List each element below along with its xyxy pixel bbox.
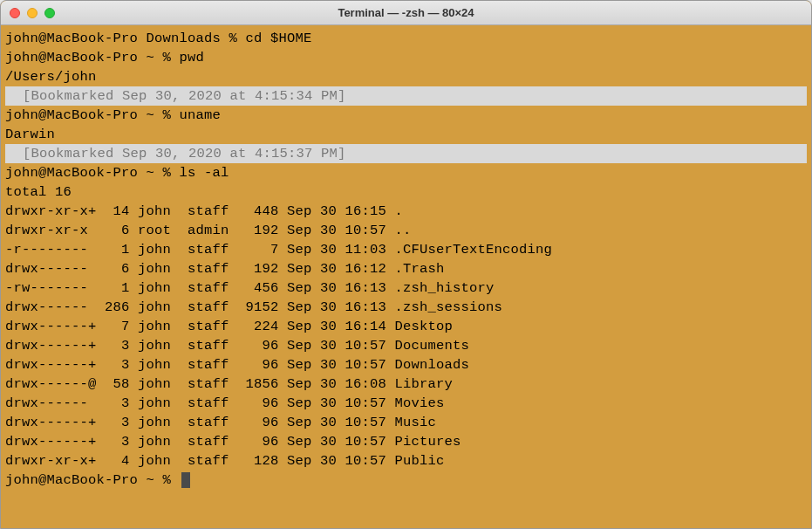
terminal-line: john@MacBook-Pro ~ % uname: [5, 106, 807, 125]
terminal-line: drwx------ 3 john staff 96 Sep 30 10:57 …: [5, 394, 807, 413]
terminal-line: drwx------+ 3 john staff 96 Sep 30 10:57…: [5, 413, 807, 432]
terminal-line: drwx------+ 3 john staff 96 Sep 30 10:57…: [5, 336, 807, 355]
close-button[interactable]: [10, 8, 20, 18]
maximize-button[interactable]: [44, 8, 55, 18]
terminal-line: drwx------ 6 john staff 192 Sep 30 16:12…: [5, 259, 807, 278]
traffic-lights: [1, 8, 55, 18]
terminal-line: drwx------+ 3 john staff 96 Sep 30 10:57…: [5, 432, 807, 451]
terminal-line: -r-------- 1 john staff 7 Sep 30 11:03 .…: [5, 240, 807, 259]
minimize-button[interactable]: [27, 8, 38, 18]
window-title: Terminal — -zsh — 80×24: [1, 6, 811, 19]
terminal-line: drwxr-xr-x+ 14 john staff 448 Sep 30 16:…: [5, 202, 807, 221]
terminal-line: drwxr-xr-x+ 4 john staff 128 Sep 30 10:5…: [5, 451, 807, 471]
terminal-line: -rw------- 1 john staff 456 Sep 30 16:13…: [5, 278, 807, 298]
terminal-line: drwx------@ 58 john staff 1856 Sep 30 16…: [5, 374, 807, 394]
terminal-line: john@MacBook-Pro ~ % pwd: [5, 48, 807, 67]
bookmark-line: [Bookmarked Sep 30, 2020 at 4:15:37 PM]: [5, 144, 807, 163]
terminal-line: john@MacBook-Pro ~ % ls -al: [5, 163, 807, 182]
terminal-line: Darwin: [5, 125, 807, 144]
terminal-window: Terminal — -zsh — 80×24 john@MacBook-Pro…: [0, 0, 812, 529]
terminal-line: /Users/john: [5, 67, 807, 86]
bookmark-line: [Bookmarked Sep 30, 2020 at 4:15:34 PM]: [5, 86, 807, 106]
terminal-line: john@MacBook-Pro Downloads % cd $HOME: [5, 29, 807, 48]
titlebar: Terminal — -zsh — 80×24: [1, 1, 811, 25]
terminal-content[interactable]: john@MacBook-Pro Downloads % cd $HOMEjoh…: [1, 25, 811, 493]
terminal-line: drwx------ 286 john staff 9152 Sep 30 16…: [5, 298, 807, 317]
terminal-line: total 16: [5, 182, 807, 202]
terminal-line: drwx------+ 3 john staff 96 Sep 30 10:57…: [5, 355, 807, 374]
prompt-text: john@MacBook-Pro ~ %: [5, 472, 180, 488]
prompt-line[interactable]: john@MacBook-Pro ~ %: [5, 471, 807, 490]
cursor: [181, 472, 190, 488]
terminal-line: drwx------+ 7 john staff 224 Sep 30 16:1…: [5, 317, 807, 336]
terminal-line: drwxr-xr-x 6 root admin 192 Sep 30 10:57…: [5, 221, 807, 240]
